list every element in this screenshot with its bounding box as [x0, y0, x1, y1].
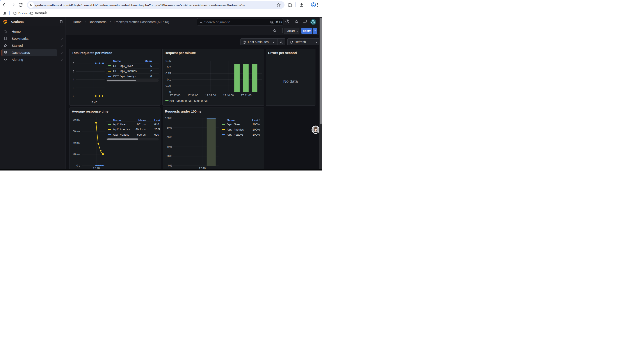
- svg-text:17:39:00: 17:39:00: [205, 94, 216, 97]
- svg-text:20 ms: 20 ms: [72, 153, 80, 156]
- svg-text:40%: 40%: [166, 145, 172, 148]
- svg-text:0.1: 0.1: [167, 78, 171, 81]
- svg-text:17:41:00: 17:41:00: [241, 94, 252, 97]
- svg-text:4: 4: [73, 78, 74, 81]
- svg-text:40 ms: 40 ms: [72, 141, 80, 144]
- svg-text:60%: 60%: [166, 136, 172, 139]
- svg-text:2: 2: [73, 95, 74, 98]
- svg-text:0.25: 0.25: [166, 60, 171, 63]
- svg-text:0.15: 0.15: [166, 72, 171, 75]
- svg-text:20%: 20%: [166, 155, 172, 158]
- svg-text:80%: 80%: [166, 126, 172, 129]
- svg-text:0: 0: [169, 90, 171, 94]
- svg-text:0%: 0%: [168, 164, 172, 167]
- svg-text:100%: 100%: [165, 117, 172, 120]
- svg-text:17:40: 17:40: [90, 101, 97, 104]
- svg-text:5: 5: [73, 70, 74, 73]
- svg-text:0 s: 0 s: [76, 164, 80, 167]
- svg-text:80 ms: 80 ms: [72, 118, 80, 121]
- svg-text:60 ms: 60 ms: [72, 130, 80, 133]
- svg-text:17:37:00: 17:37:00: [170, 94, 180, 97]
- svg-text:6: 6: [73, 62, 74, 65]
- svg-text:3: 3: [73, 87, 74, 90]
- svg-text:0.05: 0.05: [166, 84, 171, 87]
- svg-text:17:38:00: 17:38:00: [188, 94, 198, 97]
- svg-text:17:40:00: 17:40:00: [223, 94, 234, 97]
- svg-text:0.2: 0.2: [167, 66, 171, 69]
